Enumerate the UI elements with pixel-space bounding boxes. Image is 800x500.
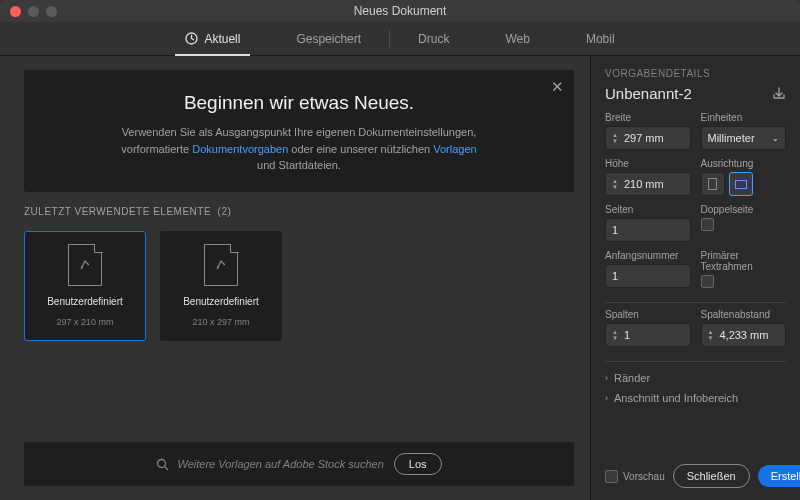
columns-label: Spalten [605, 309, 691, 320]
chevron-right-icon: › [605, 373, 608, 383]
columns-input[interactable]: ▲▼ 1 [605, 323, 691, 347]
close-button[interactable]: Schließen [673, 464, 750, 488]
pages-input[interactable]: 1 [605, 218, 691, 242]
stepper-icon[interactable]: ▲▼ [708, 329, 714, 341]
tab-recent-label: Aktuell [204, 32, 240, 46]
create-button[interactable]: Erstellen [758, 465, 800, 487]
doc-presets-link[interactable]: Dokumentvorgaben [192, 143, 288, 155]
titlebar: Neues Dokument [0, 0, 800, 22]
new-document-window: Neues Dokument Aktuell Gespeichert Druck… [0, 0, 800, 500]
category-tabs: Aktuell Gespeichert Druck Web Mobil [0, 22, 800, 56]
recent-cards: Benutzerdefiniert 297 x 210 mm Benutzerd… [24, 231, 574, 341]
tab-mobile[interactable]: Mobil [558, 22, 643, 56]
width-input[interactable]: ▲▼ 297 mm [605, 126, 691, 150]
card-title: Benutzerdefiniert [183, 296, 259, 307]
tab-print-label: Druck [418, 32, 449, 46]
chevron-right-icon: › [605, 393, 608, 403]
units-label: Einheiten [701, 112, 787, 123]
search-icon [156, 458, 169, 471]
preview-checkbox[interactable] [605, 470, 618, 483]
primary-text-frame-checkbox[interactable] [701, 275, 714, 288]
svg-line-4 [165, 466, 169, 470]
margins-expander[interactable]: › Ränder [605, 368, 786, 388]
hero-panel: ✕ Beginnen wir etwas Neues. Verwenden Si… [24, 70, 574, 192]
details-section-label: VORGABENDETAILS [605, 68, 786, 79]
stock-search-row: Weitere Vorlagen auf Adobe Stock suchen … [24, 442, 574, 486]
clock-icon [185, 32, 198, 45]
primary-text-frame-label: Primärer Textrahmen [701, 250, 787, 272]
svg-point-3 [158, 459, 166, 467]
tab-web[interactable]: Web [477, 22, 557, 56]
landscape-icon [735, 180, 747, 189]
facing-pages-label: Doppelseite [701, 204, 787, 215]
tab-recent[interactable]: Aktuell [157, 22, 268, 56]
width-label: Breite [605, 112, 691, 123]
document-name[interactable]: Unbenannt-2 [605, 85, 692, 102]
preset-card[interactable]: Benutzerdefiniert 210 x 297 mm [160, 231, 282, 341]
document-name-row: Unbenannt-2 [605, 85, 786, 102]
height-input[interactable]: ▲▼ 210 mm [605, 172, 691, 196]
tab-saved-label: Gespeichert [296, 32, 361, 46]
page-icon [68, 244, 102, 286]
recent-label: ZULETZT VERWENDETE ELEMENTE (2) [24, 206, 574, 217]
card-subtitle: 297 x 210 mm [56, 317, 113, 327]
preset-card[interactable]: Benutzerdefiniert 297 x 210 mm [24, 231, 146, 341]
hero-text: Verwenden Sie als Ausgangspunkt Ihre eig… [68, 124, 530, 174]
tab-saved[interactable]: Gespeichert [268, 22, 389, 56]
tab-web-label: Web [505, 32, 529, 46]
templates-link[interactable]: Vorlagen [433, 143, 476, 155]
orientation-portrait-button[interactable] [701, 172, 725, 196]
page-icon [204, 244, 238, 286]
search-placeholder: Weitere Vorlagen auf Adobe Stock suchen [177, 458, 383, 470]
tab-print[interactable]: Druck [390, 22, 477, 56]
dialog-body: ✕ Beginnen wir etwas Neues. Verwenden Si… [0, 56, 800, 500]
stepper-icon[interactable]: ▲▼ [612, 132, 618, 144]
svg-point-2 [217, 266, 219, 268]
start-number-label: Anfangsnummer [605, 250, 691, 261]
bleed-expander[interactable]: › Anschnitt und Infobereich [605, 388, 786, 408]
start-number-input[interactable]: 1 [605, 264, 691, 288]
save-preset-icon[interactable] [772, 87, 786, 101]
stock-search[interactable]: Weitere Vorlagen auf Adobe Stock suchen [156, 458, 383, 471]
tab-mobile-label: Mobil [586, 32, 615, 46]
pages-label: Seiten [605, 204, 691, 215]
details-footer: Vorschau Schließen Erstellen [605, 454, 786, 488]
stepper-icon[interactable]: ▲▼ [612, 329, 618, 341]
left-pane: ✕ Beginnen wir etwas Neues. Verwenden Si… [0, 56, 590, 500]
preview-label: Vorschau [623, 471, 665, 482]
gutter-input[interactable]: ▲▼ 4,233 mm [701, 323, 787, 347]
chevron-down-icon: ⌄ [772, 134, 779, 143]
card-title: Benutzerdefiniert [47, 296, 123, 307]
search-go-button[interactable]: Los [394, 453, 442, 475]
portrait-icon [708, 178, 717, 190]
hero-headline: Beginnen wir etwas Neues. [68, 92, 530, 114]
units-select[interactable]: Millimeter ⌄ [701, 126, 787, 150]
gutter-label: Spaltenabstand [701, 309, 787, 320]
card-subtitle: 210 x 297 mm [192, 317, 249, 327]
close-icon[interactable]: ✕ [551, 78, 564, 96]
orientation-landscape-button[interactable] [729, 172, 753, 196]
stepper-icon[interactable]: ▲▼ [612, 178, 618, 190]
svg-point-1 [81, 266, 83, 268]
window-title: Neues Dokument [0, 4, 800, 18]
divider [605, 361, 786, 362]
preset-details-panel: VORGABENDETAILS Unbenannt-2 Breite ▲▼ 29… [590, 56, 800, 500]
divider [605, 302, 786, 303]
orientation-label: Ausrichtung [701, 158, 787, 169]
facing-pages-checkbox[interactable] [701, 218, 714, 231]
height-label: Höhe [605, 158, 691, 169]
